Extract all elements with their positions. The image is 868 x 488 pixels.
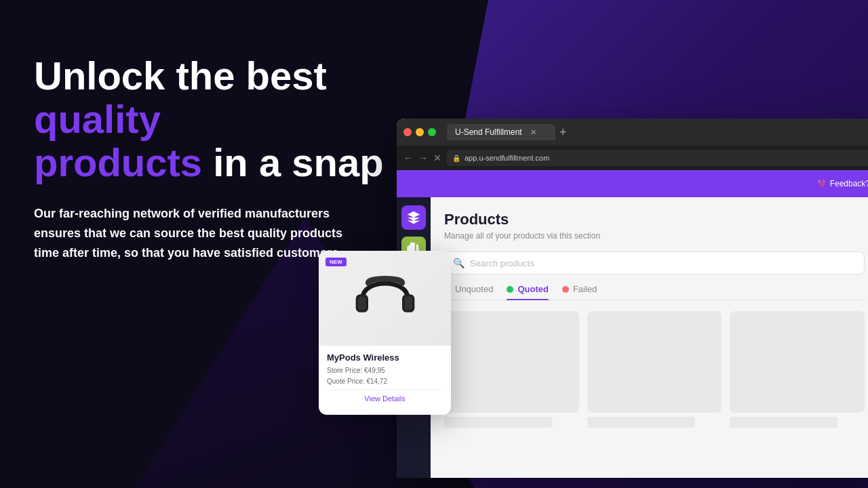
tab-failed-label: Failed: [573, 284, 597, 294]
feedback-heart-icon: 💜: [817, 179, 827, 188]
cube-icon: [406, 210, 421, 225]
feedback-button[interactable]: 💜 Feedback?: [817, 179, 868, 188]
store-price-label: Store Price:: [327, 367, 362, 374]
tab-unquoted[interactable]: Unquoted: [444, 284, 493, 300]
hero-title-highlight: quality: [34, 97, 161, 141]
app-main: Products Manage all of your products via…: [431, 197, 868, 478]
browser-nav: ← → ✕ 🔒 app.u-sendfulfillment.com: [397, 146, 868, 170]
purple-top-bar: 💜 Feedback?: [397, 170, 868, 197]
hero-title-products: products: [34, 140, 202, 184]
tab-unquoted-label: Unquoted: [455, 284, 493, 294]
nav-forward-icon[interactable]: →: [418, 152, 428, 163]
browser-chrome: U-Send Fulfillment ✕ +: [397, 119, 868, 146]
product-grid: [444, 311, 865, 428]
tab-quoted-label: Quoted: [517, 284, 549, 294]
tab-title: U-Send Fulfillment: [455, 127, 522, 137]
page-subtitle: Manage all of your products via this sec…: [444, 231, 865, 241]
search-placeholder: Search products: [470, 258, 534, 268]
new-tab-icon[interactable]: +: [559, 125, 567, 140]
tab-dot-failed: [562, 286, 569, 293]
tab-dot-quoted: [507, 286, 513, 293]
url-text: app.u-sendfulfillment.com: [465, 154, 549, 162]
nav-back-icon[interactable]: ←: [403, 152, 413, 163]
search-container[interactable]: 🔍 Search products: [444, 251, 865, 274]
quote-price-label: Quote Price:: [327, 378, 365, 385]
browser-tab-bar: U-Send Fulfillment ✕ +: [447, 124, 868, 140]
app-content: Products Manage all of your products via…: [397, 197, 868, 478]
product-name: MyPods Wireless: [327, 352, 443, 363]
hero-title: Unlock the best quality products in a sn…: [34, 54, 414, 184]
tab-quoted[interactable]: Quoted: [507, 284, 549, 300]
sidebar-icon-main[interactable]: [401, 205, 426, 230]
traffic-light-green[interactable]: [428, 128, 436, 136]
lock-icon: 🔒: [452, 155, 460, 162]
product-badge: NEW: [326, 258, 347, 266]
svg-rect-1: [358, 297, 366, 310]
traffic-light-yellow[interactable]: [416, 128, 424, 136]
svg-rect-3: [404, 297, 412, 310]
product-skeleton-1: [444, 311, 579, 428]
browser-tab-active[interactable]: U-Send Fulfillment ✕: [447, 124, 555, 140]
traffic-lights: [403, 128, 436, 136]
traffic-light-red[interactable]: [403, 128, 412, 136]
product-image: NEW: [319, 251, 451, 346]
search-icon: 🔍: [453, 258, 465, 268]
hero-subtitle: Our far-reaching network of verified man…: [34, 204, 359, 262]
hero-section: Unlock the best quality products in a sn…: [34, 54, 414, 263]
headphones-svg: [351, 261, 419, 336]
product-card-info: MyPods Wireless Store Price: €49,95 Quot…: [319, 346, 451, 415]
tabs-row: Unquoted Quoted Failed: [444, 284, 865, 300]
hero-title-line1: Unlock the best: [34, 54, 327, 98]
product-skeleton-3: [730, 311, 865, 428]
browser-mockup: U-Send Fulfillment ✕ + ← → ✕ 🔒 app.u-sen…: [397, 119, 868, 478]
product-prices: Store Price: €49,95 Quote Price: €14,72: [327, 365, 443, 387]
quote-price-value: €14,72: [366, 378, 387, 385]
tab-failed[interactable]: Failed: [562, 284, 597, 300]
tab-close-icon[interactable]: ✕: [530, 128, 536, 137]
product-skeleton-2: [587, 311, 722, 428]
feedback-label: Feedback?: [830, 179, 868, 188]
store-price-value: €49,95: [364, 367, 385, 374]
address-bar[interactable]: 🔒 app.u-sendfulfillment.com: [447, 150, 868, 166]
hero-title-rest: in a snap: [202, 140, 384, 184]
product-card-floating: NEW MyPods Wireless Store Price: €49,95 …: [319, 251, 451, 415]
view-details-link[interactable]: View Details: [327, 390, 443, 408]
page-title: Products: [444, 211, 865, 228]
nav-close-icon[interactable]: ✕: [433, 152, 441, 163]
